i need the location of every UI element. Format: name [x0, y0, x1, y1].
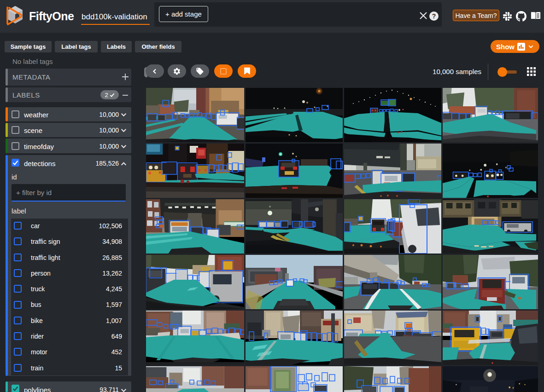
svg-text:?: ? — [432, 12, 436, 20]
